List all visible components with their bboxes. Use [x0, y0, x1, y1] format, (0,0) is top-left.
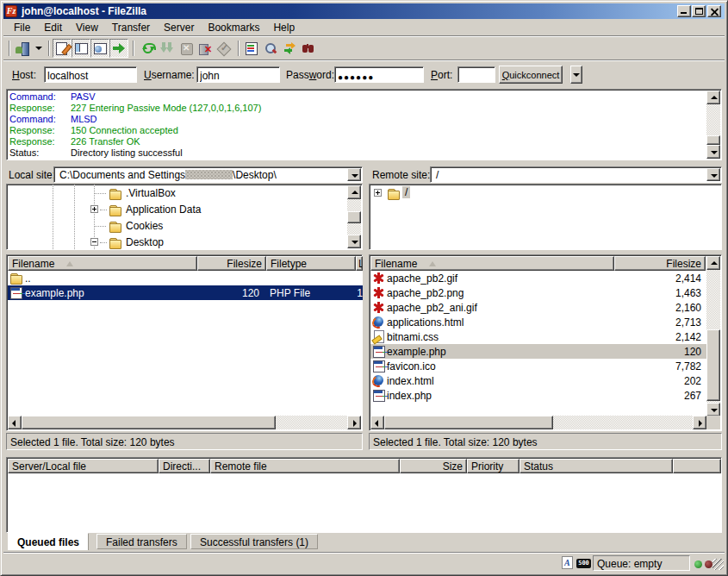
host-input[interactable]	[44, 66, 137, 83]
file-row[interactable]: apache_pb2.png1,463	[370, 285, 708, 300]
refresh-button[interactable]	[139, 39, 158, 58]
tree-item[interactable]: Application Data	[7, 202, 362, 218]
toolbar	[3, 35, 725, 59]
file-row-selected[interactable]: example.php 120 PHP File 1	[8, 285, 363, 300]
file-row[interactable]: index.html202	[370, 373, 708, 388]
scroll-down-button[interactable]	[347, 235, 361, 248]
tree-item[interactable]: Cookies	[7, 218, 362, 235]
php-file-icon	[9, 286, 22, 299]
site-manager-dropdown-icon[interactable]	[33, 43, 44, 53]
toggle-local-tree-button[interactable]	[72, 39, 90, 58]
column-header-size[interactable]: Size	[400, 459, 467, 473]
find-files-button[interactable]	[299, 39, 318, 58]
file-row[interactable]: applications.html2,713	[370, 315, 708, 329]
folder-icon	[387, 187, 400, 200]
scroll-thumb[interactable]	[347, 211, 361, 223]
tab-failed-transfers[interactable]: Failed transfers	[96, 534, 187, 549]
scroll-right-button[interactable]	[693, 416, 706, 429]
local-tree-scrollbar[interactable]	[347, 185, 361, 248]
remote-site-dropdown-button[interactable]	[706, 168, 720, 181]
cancel-button[interactable]	[177, 39, 196, 58]
file-row[interactable]: apache_pb2_ani.gif2,160	[370, 300, 708, 315]
minimize-button[interactable]	[677, 5, 691, 17]
quickconnect-button[interactable]: Quickconnect	[499, 66, 563, 84]
column-header-remote-file[interactable]: Remote file	[210, 459, 400, 473]
log-line: Response:226 Transfer OK	[9, 136, 140, 147]
left-arrow-icon	[375, 420, 378, 427]
reconnect-button[interactable]	[215, 39, 233, 58]
collapse-icon[interactable]	[90, 238, 98, 246]
scroll-up-button[interactable]	[706, 91, 720, 104]
menu-transfer[interactable]: Transfer	[105, 20, 157, 35]
menu-view[interactable]: View	[69, 20, 105, 35]
scroll-thumb[interactable]	[384, 416, 553, 429]
quickconnect-dropdown-button[interactable]	[570, 66, 582, 84]
synchronized-browsing-icon	[283, 41, 296, 55]
scroll-up-button[interactable]	[347, 185, 361, 199]
column-header-filetype[interactable]: Filetype	[266, 256, 356, 271]
process-queue-button[interactable]	[158, 39, 177, 58]
port-input[interactable]	[457, 66, 495, 83]
menu-server[interactable]: Server	[157, 20, 201, 35]
column-header-status[interactable]: Status	[520, 459, 673, 473]
toggle-remote-tree-button[interactable]	[90, 39, 109, 58]
username-input[interactable]	[196, 66, 280, 83]
tree-item[interactable]: .VirtualBox	[7, 185, 362, 202]
column-header-priority[interactable]: Priority	[467, 459, 520, 473]
file-row[interactable]: index.php267	[370, 388, 708, 403]
green-led-icon	[694, 560, 702, 568]
disconnect-button[interactable]	[196, 39, 215, 58]
local-hscrollbar[interactable]	[8, 416, 361, 429]
remote-vscrollbar[interactable]	[706, 256, 720, 416]
menu-bookmarks[interactable]: Bookmarks	[201, 20, 266, 35]
tab-queued-files[interactable]: Queued files	[8, 533, 89, 550]
directory-comparison-button[interactable]	[261, 39, 280, 58]
tree-item[interactable]: Desktop	[7, 235, 362, 250]
toolbar-separator	[238, 41, 240, 56]
menu-help[interactable]: Help	[266, 20, 302, 35]
column-header-filesize[interactable]: Filesize	[197, 256, 266, 271]
synchronized-browsing-button[interactable]	[280, 39, 299, 58]
scroll-left-button[interactable]	[370, 416, 384, 429]
local-site-dropdown-button[interactable]	[347, 168, 361, 181]
down-arrow-icon	[711, 409, 718, 412]
scroll-left-button[interactable]	[8, 416, 22, 429]
toolbar-separator	[133, 41, 134, 56]
tree-item[interactable]: /	[370, 185, 721, 202]
file-row[interactable]: bitnami.css2,142	[370, 329, 708, 344]
file-row[interactable]: favicon.ico7,782	[370, 359, 708, 373]
column-header-filename[interactable]: Filename	[8, 256, 197, 271]
password-input[interactable]	[334, 66, 424, 83]
site-manager-button[interactable]	[12, 39, 31, 58]
column-header-direction[interactable]: Directi...	[159, 459, 210, 473]
scroll-down-button[interactable]	[706, 403, 720, 416]
remote-site-combo[interactable]: /	[430, 166, 722, 183]
file-row-selected[interactable]: example.php120	[370, 344, 708, 359]
log-scrollbar[interactable]	[706, 91, 720, 159]
close-button[interactable]	[707, 5, 721, 17]
file-row[interactable]: apache_pb2.gif2,414	[370, 271, 708, 285]
remote-hscrollbar[interactable]	[370, 416, 706, 429]
tab-successful-transfers[interactable]: Successful transfers (1)	[190, 534, 318, 549]
toggle-message-log-button[interactable]	[53, 39, 72, 58]
expand-icon[interactable]	[90, 205, 98, 213]
column-header-filesize[interactable]: Filesize	[614, 256, 706, 271]
column-header-filename[interactable]: Filename	[370, 256, 614, 271]
maximize-button[interactable]	[692, 5, 706, 17]
toggle-queue-button[interactable]	[109, 39, 128, 58]
scroll-right-button[interactable]	[347, 416, 361, 429]
scroll-up-button[interactable]	[706, 256, 720, 270]
scroll-thumb[interactable]	[22, 416, 276, 429]
column-header-server-local-file[interactable]: Server/Local file	[8, 459, 159, 473]
menu-file[interactable]: File	[7, 20, 37, 35]
column-header-lastmodified[interactable]: L	[356, 256, 363, 271]
menu-edit[interactable]: Edit	[37, 20, 69, 35]
scroll-down-button[interactable]	[706, 145, 720, 159]
scroll-thumb[interactable]	[706, 329, 720, 401]
filter-button[interactable]	[242, 39, 261, 58]
scroll-thumb[interactable]	[706, 135, 720, 145]
expand-icon[interactable]	[374, 189, 382, 197]
file-row[interactable]: ..	[8, 271, 363, 285]
resize-grip[interactable]	[712, 559, 724, 570]
local-site-combo[interactable]: C:\Documents and Settings\Desktop\	[53, 166, 363, 183]
